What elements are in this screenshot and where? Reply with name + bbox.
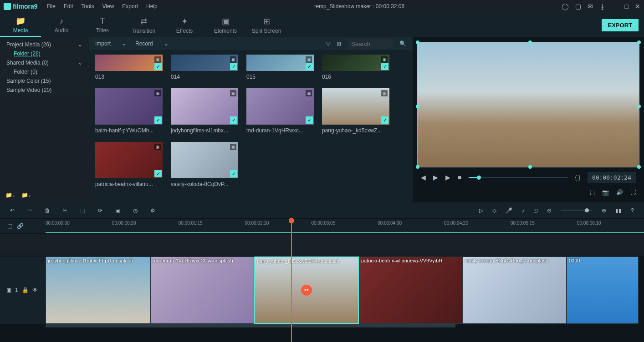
tab-media[interactable]: 📁Media (0, 13, 41, 37)
media-item[interactable]: ▣ ✓ patricia-beatrix-villanu... (95, 142, 163, 187)
fullscreen-icon[interactable]: ⛶ (630, 189, 636, 196)
cut-marker-icon[interactable]: ✂ (301, 285, 312, 296)
color-button[interactable]: ▣ (115, 207, 120, 214)
timeline-clip[interactable]: 0000 (567, 256, 639, 324)
close-button[interactable]: ✕ (635, 3, 640, 10)
media-item[interactable]: ▣ ✓ baim-hanif-pYWuOMh... (95, 88, 163, 134)
speed-button[interactable]: ⟳ (98, 207, 102, 214)
adjust-button[interactable]: ⚙ (150, 207, 155, 214)
add-folder-icon[interactable]: 📁₊ (5, 192, 15, 198)
snapshot-icon[interactable]: 📷 (602, 189, 609, 196)
volume-icon[interactable]: 🔊 (616, 189, 623, 196)
mail-icon[interactable]: ✉ (588, 3, 593, 10)
filter-icon[interactable]: ▽ (326, 40, 330, 47)
sidebar-item[interactable]: Shared Media (0)⌄ (0, 58, 89, 67)
track-lock-icon[interactable]: 🔒 (22, 287, 29, 293)
grid-view-icon[interactable]: ⊞ (337, 40, 341, 47)
media-thumbnail[interactable]: ▣ ✓ (95, 55, 163, 71)
redo-button[interactable]: ↷ (27, 207, 32, 214)
playhead[interactable] (291, 219, 292, 342)
tab-split-screen[interactable]: ⊞Split Screen (246, 13, 287, 37)
preview-canvas[interactable] (417, 42, 639, 167)
sidebar-item[interactable]: Sample Color (15) (0, 76, 89, 86)
magnet-icon[interactable]: ⬚ (7, 223, 12, 229)
resize-handle[interactable] (416, 165, 419, 169)
fit-zoom-button[interactable]: ⊡ (533, 207, 538, 214)
search-icon[interactable]: 🔍 (399, 40, 406, 47)
download-icon[interactable]: ⭳ (599, 3, 606, 10)
tab-elements[interactable]: ▣Elements (205, 13, 246, 37)
tab-titles[interactable]: TTitles (82, 13, 123, 37)
clipboard-icon[interactable]: ▢ (575, 3, 581, 10)
render-button[interactable]: ▷ (479, 207, 483, 214)
media-item[interactable]: ▣ ✓ pang-yuhao-_kd5cxwZ... (322, 88, 389, 134)
media-item[interactable]: ▣ ✓ 015 (246, 55, 314, 80)
menu-view[interactable]: View (102, 3, 114, 10)
track-clips[interactable]: jodyhongfilms-sI1mbxJFFpU-unsplash md-du… (46, 256, 644, 324)
media-item[interactable]: ▣ ✓ 013 (95, 55, 163, 80)
media-thumbnail[interactable]: ▣ ✓ (95, 88, 163, 125)
undo-button[interactable]: ↶ (10, 207, 15, 214)
playback-slider[interactable] (469, 177, 567, 178)
media-item[interactable]: ▣ ✓ vasily-koloda-8CqDvP... (171, 142, 238, 187)
marker-braces[interactable]: { } (575, 174, 580, 181)
media-thumbnail[interactable]: ▣ ✓ (246, 55, 314, 71)
link-icon[interactable]: 🔗 (17, 223, 24, 229)
media-item[interactable]: ▣ ✓ md-duran-1VqHRwxc... (246, 88, 314, 134)
track-manage-button[interactable]: ▮▮ (615, 207, 622, 214)
media-item[interactable]: ▣ ✓ 016 (322, 55, 389, 80)
split-button[interactable]: ✂ (63, 207, 67, 214)
menu-help[interactable]: Help (146, 3, 158, 10)
voiceover-button[interactable]: 🎤 (506, 207, 512, 214)
marker-button[interactable]: ◇ (492, 207, 496, 214)
resize-handle[interactable] (637, 105, 641, 108)
empty-track[interactable] (0, 234, 644, 256)
export-button[interactable]: EXPORT (602, 19, 639, 31)
resize-handle[interactable] (637, 165, 641, 169)
menu-edit[interactable]: Edit (64, 3, 73, 10)
prev-frame-button[interactable]: ◀ (421, 174, 426, 181)
import-dropdown[interactable]: Import⌄ (95, 40, 126, 47)
minimize-button[interactable]: — (612, 3, 618, 10)
timeline-ruler[interactable]: 00:00:00:0000:00:00:2000:00:01:1500:00:0… (46, 219, 644, 233)
search-input[interactable] (348, 39, 393, 49)
crop-button[interactable]: ⬚ (80, 207, 85, 214)
maximize-button[interactable]: □ (625, 3, 629, 10)
sidebar-item[interactable]: Project Media (26)⌄ (0, 40, 89, 49)
stop-button[interactable]: ■ (458, 174, 461, 181)
media-item[interactable]: ▣ ✓ jodyhongfilms-sI1mbx... (171, 88, 238, 134)
next-frame-button[interactable]: ▶ (445, 174, 450, 181)
menu-export[interactable]: Export (122, 3, 138, 10)
tab-effects[interactable]: ✦Effects (164, 13, 205, 37)
track-visible-icon[interactable]: 👁 (32, 287, 38, 293)
account-icon[interactable]: ◯ (562, 3, 569, 10)
delete-button[interactable]: 🗑 (45, 207, 50, 214)
record-dropdown[interactable]: Record⌄ (135, 40, 169, 47)
zoom-in-button[interactable]: ⊕ (602, 207, 606, 214)
play-button[interactable]: ▶ (433, 174, 438, 181)
resize-handle[interactable] (416, 105, 419, 108)
media-thumbnail[interactable]: ▣ ✓ (246, 88, 314, 125)
resize-handle[interactable] (637, 40, 641, 44)
timeline-clip[interactable]: vasily-koloda-8CqDvPuo_kI-unsplash (463, 256, 567, 324)
duration-button[interactable]: ◷ (133, 207, 138, 214)
audio-mixer-button[interactable]: ♪ (521, 207, 524, 214)
zoom-slider[interactable] (561, 210, 593, 211)
sidebar-item[interactable]: Folder (26) (0, 49, 89, 58)
remove-folder-icon[interactable]: 📁ₓ (21, 192, 31, 198)
media-thumbnail[interactable]: ▣ ✓ (171, 55, 238, 71)
tab-audio[interactable]: ♪Audio (41, 13, 82, 37)
zoom-out-button[interactable]: ⊖ (547, 207, 552, 214)
menu-tools[interactable]: Tools (82, 3, 94, 10)
help-button[interactable]: ? (631, 207, 634, 214)
timeline-clip[interactable]: md-duran-1VqHRwxcCCw-unsplash (150, 256, 254, 324)
sidebar-item[interactable]: Folder (0) (0, 67, 89, 76)
media-thumbnail[interactable]: ▣ ✓ (171, 142, 238, 178)
quality-icon[interactable]: ⬚ (590, 189, 595, 196)
timeline-clip[interactable]: jodyhongfilms-sI1mbxJFFpU-unsplash (46, 256, 150, 324)
media-thumbnail[interactable]: ▣ ✓ (171, 88, 238, 125)
media-item[interactable]: ▣ ✓ 014 (171, 55, 238, 80)
resize-handle[interactable] (528, 165, 532, 169)
media-thumbnail[interactable]: ▣ ✓ (95, 142, 163, 178)
timeline-scrollbar[interactable] (0, 324, 644, 328)
